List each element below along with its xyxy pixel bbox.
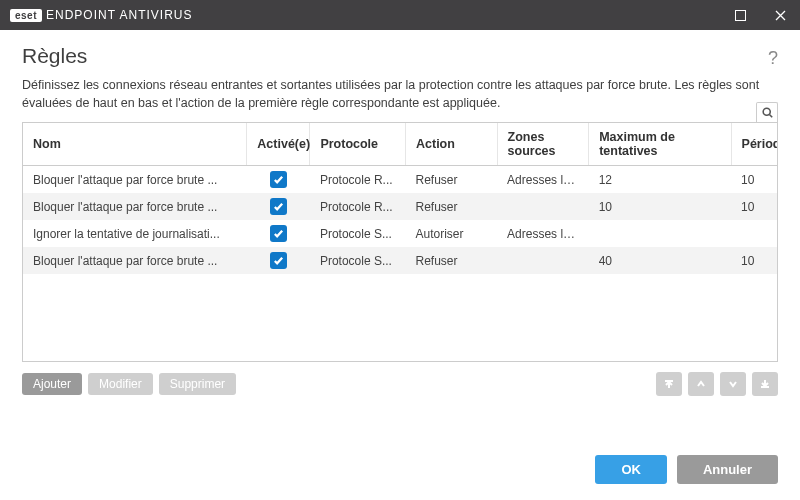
cell-name: Bloquer l'attaque par force brute ... xyxy=(23,247,247,274)
page-description: Définissez les connexions réseau entrant… xyxy=(22,76,778,112)
move-bottom-button[interactable] xyxy=(752,372,778,396)
cell-period: 10 xyxy=(731,247,777,274)
add-button[interactable]: Ajouter xyxy=(22,373,82,395)
col-header-action[interactable]: Action xyxy=(406,123,498,166)
cell-active[interactable] xyxy=(247,220,310,247)
titlebar: eset ENDPOINT ANTIVIRUS xyxy=(0,0,800,30)
checkbox-checked-icon[interactable] xyxy=(270,225,287,242)
cell-max-attempts: 40 xyxy=(589,247,731,274)
col-header-name[interactable]: Nom xyxy=(23,123,247,166)
cell-source-zones: Adresses local... xyxy=(497,220,589,247)
svg-rect-0 xyxy=(735,10,745,20)
window-minimize-button[interactable] xyxy=(720,0,760,30)
cell-protocol: Protocole R... xyxy=(310,166,406,194)
cell-source-zones xyxy=(497,247,589,274)
checkbox-checked-icon[interactable] xyxy=(270,252,287,269)
cell-max-attempts: 12 xyxy=(589,166,731,194)
rules-table-container: Nom Activé(e) Protocole Action Zones sou… xyxy=(22,122,778,362)
table-row[interactable]: Ignorer la tentative de journalisati...P… xyxy=(23,220,777,247)
table-header-row: Nom Activé(e) Protocole Action Zones sou… xyxy=(23,123,777,166)
table-row[interactable]: Bloquer l'attaque par force brute ...Pro… xyxy=(23,247,777,274)
brand: eset ENDPOINT ANTIVIRUS xyxy=(10,8,192,22)
cell-active[interactable] xyxy=(247,247,310,274)
cell-period: 10 xyxy=(731,193,777,220)
col-header-source-zones[interactable]: Zones sources xyxy=(497,123,589,166)
rules-table: Nom Activé(e) Protocole Action Zones sou… xyxy=(23,123,777,274)
move-down-button[interactable] xyxy=(720,372,746,396)
window-close-button[interactable] xyxy=(760,0,800,30)
cell-action: Refuser xyxy=(406,247,498,274)
cell-action: Refuser xyxy=(406,193,498,220)
table-row[interactable]: Bloquer l'attaque par force brute ...Pro… xyxy=(23,193,777,220)
ok-button[interactable]: OK xyxy=(595,455,667,484)
cell-active[interactable] xyxy=(247,193,310,220)
search-icon xyxy=(762,107,773,118)
cell-max-attempts: 10 xyxy=(589,193,731,220)
cell-protocol: Protocole R... xyxy=(310,193,406,220)
product-name: ENDPOINT ANTIVIRUS xyxy=(46,8,192,22)
cell-period: 10 xyxy=(731,166,777,194)
cell-source-zones: Adresses local... xyxy=(497,166,589,194)
cell-protocol: Protocole S... xyxy=(310,247,406,274)
edit-button[interactable]: Modifier xyxy=(88,373,153,395)
search-button[interactable] xyxy=(756,102,778,122)
col-header-period[interactable]: Période de con xyxy=(731,123,777,166)
col-header-protocol[interactable]: Protocole xyxy=(310,123,406,166)
page-title: Règles xyxy=(22,44,768,68)
cell-protocol: Protocole S... xyxy=(310,220,406,247)
move-top-button[interactable] xyxy=(656,372,682,396)
cell-name: Bloquer l'attaque par force brute ... xyxy=(23,193,247,220)
table-row[interactable]: Bloquer l'attaque par force brute ...Pro… xyxy=(23,166,777,194)
cancel-button[interactable]: Annuler xyxy=(677,455,778,484)
checkbox-checked-icon[interactable] xyxy=(270,198,287,215)
cell-period xyxy=(731,220,777,247)
col-header-max-attempts[interactable]: Maximum de tentatives xyxy=(589,123,731,166)
cell-active[interactable] xyxy=(247,166,310,194)
cell-name: Bloquer l'attaque par force brute ... xyxy=(23,166,247,194)
cell-name: Ignorer la tentative de journalisati... xyxy=(23,220,247,247)
help-icon[interactable]: ? xyxy=(768,44,778,69)
checkbox-checked-icon[interactable] xyxy=(270,171,287,188)
move-up-button[interactable] xyxy=(688,372,714,396)
brand-tag: eset xyxy=(10,9,42,22)
cell-action: Autoriser xyxy=(406,220,498,247)
cell-max-attempts xyxy=(589,220,731,247)
svg-point-1 xyxy=(763,108,770,115)
cell-action: Refuser xyxy=(406,166,498,194)
delete-button[interactable]: Supprimer xyxy=(159,373,236,395)
col-header-active[interactable]: Activé(e) xyxy=(247,123,310,166)
cell-source-zones xyxy=(497,193,589,220)
